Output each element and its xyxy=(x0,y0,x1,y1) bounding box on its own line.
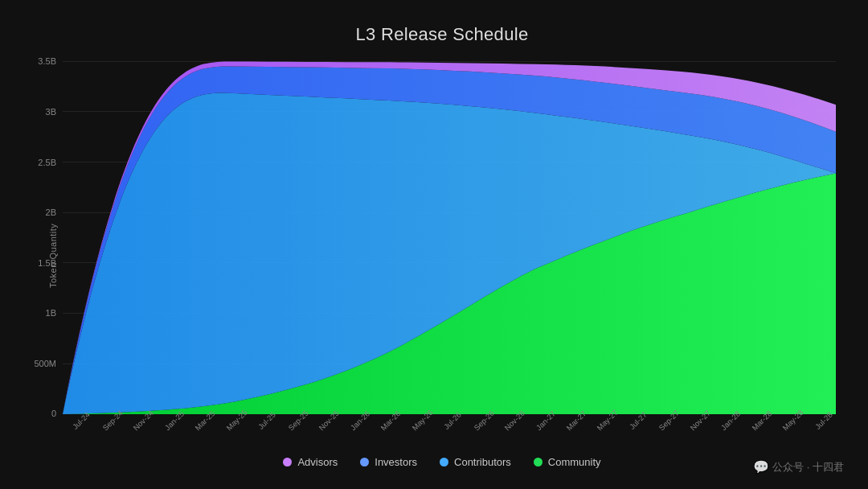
x-axis: Jul-24Sep-24Nov-24Jan-25Mar-25May-25Jul-… xyxy=(63,417,836,450)
chart-area: Token Quantity 3.5B 3B 2.5B 2B xyxy=(48,61,836,450)
x-tick: Jul-24 xyxy=(63,417,93,426)
y-label-500m: 500M xyxy=(23,359,56,368)
y-label-35b: 3.5B xyxy=(23,56,56,66)
legend-label: Community xyxy=(548,456,601,468)
y-label-1b: 1B xyxy=(23,308,56,318)
legend-dot xyxy=(440,458,448,466)
x-tick: Mar-28 xyxy=(743,417,774,426)
x-tick: Nov-26 xyxy=(496,417,526,426)
chart-inner: 3.5B 3B 2.5B 2B 1.5B xyxy=(63,61,836,450)
x-tick: Mar-27 xyxy=(558,417,588,426)
legend-item: Advisors xyxy=(283,456,338,468)
legend-item: Community xyxy=(534,456,601,468)
x-tick: Mar-25 xyxy=(186,417,217,426)
y-label-15b: 1.5B xyxy=(23,258,56,268)
x-tick: Jul-27 xyxy=(620,417,650,426)
x-tick: Jan-28 xyxy=(712,417,743,426)
x-tick: Sep-27 xyxy=(650,417,681,426)
y-axis-label: Token Quantity xyxy=(48,61,58,450)
x-tick: May-28 xyxy=(774,417,805,426)
legend-dot xyxy=(283,458,292,466)
watermark: 💬 公众号 · 十四君 xyxy=(753,459,844,475)
legend-label: Investors xyxy=(375,456,417,468)
x-tick: Nov-24 xyxy=(125,417,155,426)
legend-dot xyxy=(534,458,542,466)
watermark-text: 公众号 · 十四君 xyxy=(772,460,844,475)
legend-item: Investors xyxy=(360,456,417,468)
x-tick: Jan-26 xyxy=(341,417,371,426)
x-tick: Sep-24 xyxy=(93,417,124,426)
chart-container: L3 Release Schedule Token Quantity 3.5B … xyxy=(0,0,868,489)
chart-title: L3 Release Schedule xyxy=(356,24,529,45)
x-tick: Sep-25 xyxy=(279,417,309,426)
x-tick: Jul-28 xyxy=(805,417,836,426)
chart-svg xyxy=(63,61,836,414)
x-tick: Nov-25 xyxy=(310,417,341,426)
y-label-25b: 2.5B xyxy=(23,158,56,167)
y-label-0: 0 xyxy=(23,409,56,418)
x-tick: Mar-26 xyxy=(372,417,403,426)
legend-label: Contributors xyxy=(454,456,511,468)
x-tick: Nov-27 xyxy=(682,417,712,426)
legend-item: Contributors xyxy=(440,456,511,468)
y-label-2b: 2B xyxy=(23,208,56,217)
x-tick: Jul-25 xyxy=(248,417,279,426)
x-tick: May-25 xyxy=(217,417,248,426)
x-tick: Jul-26 xyxy=(434,417,465,426)
y-label-3b: 3B xyxy=(23,107,56,117)
x-tick: Sep-26 xyxy=(465,417,495,426)
grid-and-svg: 3.5B 3B 2.5B 2B 1.5B xyxy=(63,61,836,414)
x-tick: Jan-25 xyxy=(155,417,186,426)
legend-dot xyxy=(360,458,369,466)
legend-label: Advisors xyxy=(297,456,338,468)
x-tick: May-26 xyxy=(403,417,433,426)
x-tick: May-27 xyxy=(588,417,619,426)
legend: AdvisorsInvestorsContributorsCommunity xyxy=(283,456,600,473)
x-tick: Jan-27 xyxy=(526,417,557,426)
wechat-icon: 💬 xyxy=(753,459,769,475)
